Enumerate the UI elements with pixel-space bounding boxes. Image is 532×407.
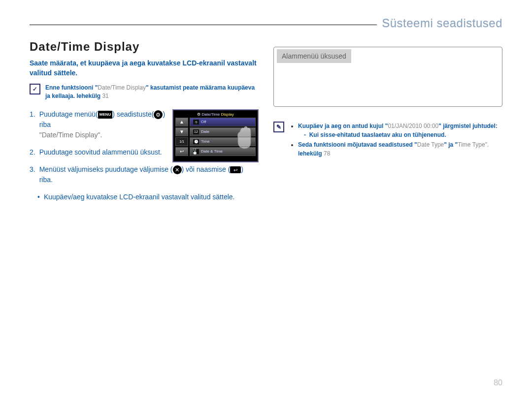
device-screenshot: ⚙ Date/Time Display ▲ ⦸Off ▼ 12Date 1/1 … (172, 109, 259, 162)
rn2-t2: Time Type (458, 141, 485, 148)
header-rule: Süsteemi seadistused (30, 25, 502, 25)
precheck-pagelabel: lehekülg (76, 93, 100, 99)
rn1-sub: Kui sisse-ehitatud taaslaetav aku on tüh… (309, 131, 446, 138)
precheck-term: Date/Time Display (98, 84, 146, 91)
precheck-page: 31 (102, 93, 108, 99)
step1-b: ) seadistuste( (112, 110, 154, 118)
return-icon: ↩ (230, 166, 241, 173)
shot-title-b: Display (221, 112, 233, 117)
shot-r3-label: Time (201, 139, 209, 144)
rn1-dash: - (304, 131, 309, 138)
lead-text: Saate määrata, et kuupäeva ja aega kuvat… (30, 59, 259, 78)
shot-counter: 1/1 (175, 137, 188, 146)
step3-b: ) või naasmise ( (182, 165, 231, 173)
gear-icon: ⚙ (154, 110, 163, 119)
rn1-a: Kuupäev ja aeg on antud kujul " (298, 123, 388, 129)
shot-r2-label: Date (201, 129, 209, 134)
step2-text: Puudutage soovitud alammenüü üksust. (39, 147, 167, 157)
submenu-heading: Alammenüü üksused (277, 49, 351, 63)
step1-a: Puudutage menüü( (39, 110, 98, 118)
rn1-term: 01/JAN/2010 00:00 (388, 123, 438, 129)
rn2-b: ". (485, 141, 489, 148)
rn2-page: 78 (324, 150, 330, 157)
shot-r4-label: Date & Time (201, 149, 223, 154)
shot-down-icon: ▼ (175, 127, 188, 136)
rn2-a: Seda funktsiooni mõjutavad seadistused " (298, 141, 417, 148)
page-title: Date/Time Display (30, 40, 259, 54)
step2-num: 2. (30, 147, 35, 157)
step3-a: Menüüst väljumiseks puudutage väljumise … (39, 165, 173, 173)
section-title: Süsteemi seadistused (377, 16, 502, 30)
rn1-b: " järgmistel juhtudel: (438, 123, 498, 129)
precheck-a: Enne funktsiooni " (45, 84, 98, 91)
shot-r1-label: Off (201, 120, 206, 124)
check-icon: ✓ (30, 84, 40, 94)
close-icon: ✕ (173, 165, 182, 174)
shot-up-icon: ▲ (175, 118, 188, 126)
shot-r2-icon: 12 (193, 129, 199, 134)
shot-back-icon: ↩ (175, 147, 188, 156)
step1-num: 1. (30, 109, 35, 140)
shot-r1-icon: ⦸ (193, 120, 199, 125)
rn2-t1: Date Type (417, 141, 444, 148)
step1-term: Date/Time Display (42, 131, 98, 139)
shot-r4-icon: 12🕒 (193, 149, 199, 154)
right-notes: ✎ Kuupäev ja aeg on antud kujul "01/JAN/… (273, 122, 502, 159)
shot-title-a: Date/Time (202, 112, 221, 117)
step1-qc: ". (98, 131, 102, 139)
submenu-box: Alammenüü üksused (273, 47, 502, 107)
rn2-mid: " ja " (444, 141, 458, 148)
precheck-note: ✓ Enne funktsiooni "Date/Time Display" k… (30, 84, 259, 100)
pencil-icon: ✎ (273, 122, 284, 132)
step-bullet: Kuupäev/aeg kuvatakse LCD-ekraanil vasta… (37, 192, 234, 202)
rn2-pagelabel: lehekülg (298, 150, 322, 157)
step3-num: 3. (30, 164, 35, 185)
shot-r3-icon: 🕒 (193, 139, 199, 144)
menu-icon: MENU (98, 111, 113, 119)
